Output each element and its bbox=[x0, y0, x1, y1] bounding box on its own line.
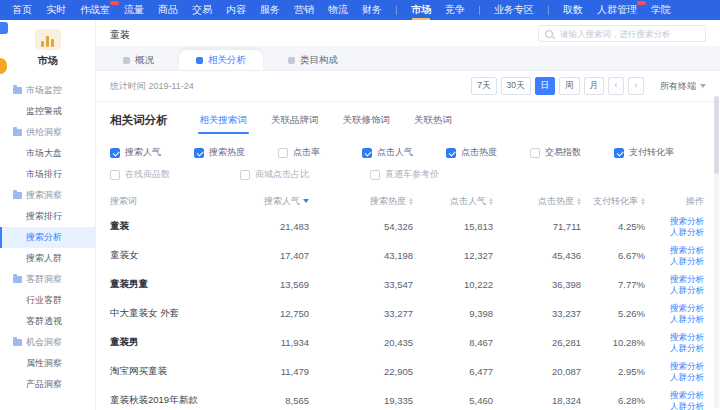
range-button[interactable]: 30天 bbox=[501, 77, 531, 95]
value-cell: 6,477 bbox=[423, 366, 503, 377]
sidebar-item[interactable]: 属性洞察 bbox=[0, 353, 95, 374]
checkbox-checked[interactable] bbox=[362, 148, 372, 158]
nav-item[interactable]: 交易 bbox=[192, 0, 212, 20]
metric-checkbox[interactable]: 搜索热度 bbox=[194, 146, 278, 159]
scrollbar[interactable] bbox=[714, 96, 719, 408]
sidebar-item[interactable]: 搜索排行 bbox=[0, 206, 95, 227]
checkbox-unchecked[interactable] bbox=[370, 170, 380, 180]
checkbox-unchecked[interactable] bbox=[110, 170, 120, 180]
search-box[interactable] bbox=[538, 25, 706, 42]
column-header[interactable]: 支付转化率 bbox=[591, 195, 655, 208]
sidebar-section[interactable]: 市场监控 bbox=[0, 80, 95, 101]
range-button[interactable]: 月 bbox=[584, 77, 605, 95]
nav-item[interactable]: 财务 bbox=[362, 0, 382, 20]
nav-item[interactable]: 实时 bbox=[46, 0, 66, 20]
checkbox-checked[interactable] bbox=[194, 148, 204, 158]
action-link[interactable]: 搜索分析 bbox=[670, 303, 704, 313]
next-period-button[interactable]: › bbox=[628, 77, 644, 95]
metric-checkbox[interactable]: 交易指数 bbox=[530, 146, 614, 159]
action-link[interactable]: 搜索分析 bbox=[670, 274, 704, 284]
sidebar-label: 搜索分析 bbox=[26, 231, 62, 244]
action-link[interactable]: 搜索分析 bbox=[670, 332, 704, 342]
sidebar-item[interactable]: 行业客群 bbox=[0, 290, 95, 311]
nav-item[interactable]: 竞争 bbox=[445, 0, 465, 20]
prev-period-button[interactable]: ‹ bbox=[608, 77, 624, 95]
metric-checkbox[interactable]: 支付转化率 bbox=[614, 146, 698, 159]
sidebar-section[interactable]: 供给洞察 bbox=[0, 122, 95, 143]
market-chart-icon bbox=[35, 29, 61, 50]
action-link[interactable]: 人群分析 bbox=[670, 227, 704, 237]
nav-item[interactable]: 取数 bbox=[563, 0, 583, 20]
action-link[interactable]: 人群分析 bbox=[670, 285, 704, 295]
checkbox-checked[interactable] bbox=[446, 148, 456, 158]
sidebar-item[interactable]: 市场大盘 bbox=[0, 143, 95, 164]
value-cell: 20,087 bbox=[503, 366, 591, 377]
card-tab[interactable]: 关联热词 bbox=[414, 114, 452, 134]
keyword-cell: 童装女 bbox=[110, 249, 255, 262]
sidebar-module-market[interactable]: 市场 bbox=[0, 20, 95, 68]
checkbox-checked[interactable] bbox=[614, 148, 624, 158]
card-tab[interactable]: 关联修饰词 bbox=[343, 114, 391, 134]
nav-item[interactable]: 营销 bbox=[294, 0, 314, 20]
nav-item[interactable]: 内容 bbox=[226, 0, 246, 20]
sidebar-item[interactable]: 产品洞察 bbox=[0, 374, 95, 395]
metric-checkbox[interactable]: 点击热度 bbox=[446, 146, 530, 159]
action-link[interactable]: 人群分析 bbox=[670, 314, 704, 324]
column-header[interactable]: 点击人气 bbox=[423, 195, 503, 208]
page-tab[interactable]: 类目构成 bbox=[271, 50, 355, 70]
main-area: 童装 概况相关分析类目构成 统计时间 2019-11-24 7天30天日周月 ‹… bbox=[96, 20, 720, 410]
nav-item[interactable]: 市场 bbox=[411, 0, 431, 20]
table-row: 童装男童13,56933,54710,22236,3987.77%搜索分析人群分… bbox=[110, 270, 706, 299]
sidebar-section[interactable]: 客群洞察 bbox=[0, 269, 95, 290]
column-header[interactable]: 搜索人气 bbox=[255, 195, 319, 208]
range-button[interactable]: 7天 bbox=[471, 77, 496, 95]
metric-checkbox[interactable]: 点击人气 bbox=[362, 146, 446, 159]
column-header[interactable]: 操作 bbox=[655, 195, 706, 208]
action-link[interactable]: 搜索分析 bbox=[670, 361, 704, 371]
nav-item[interactable]: 流量 bbox=[124, 0, 144, 20]
metric-checkbox[interactable]: 直通车参考价 bbox=[370, 168, 500, 181]
metric-checkbox[interactable]: 搜索人气 bbox=[110, 146, 194, 159]
action-link[interactable]: 人群分析 bbox=[670, 256, 704, 266]
action-link[interactable]: 人群分析 bbox=[670, 343, 704, 353]
metric-checkbox[interactable]: 商城点击占比 bbox=[240, 168, 370, 181]
nav-item[interactable]: 商品 bbox=[158, 0, 178, 20]
metric-checkbox[interactable]: 在线商品数 bbox=[110, 168, 240, 181]
page-tab[interactable]: 相关分析 bbox=[179, 50, 263, 70]
column-header[interactable]: 搜索词 bbox=[110, 195, 255, 208]
terminal-dropdown[interactable]: 所有终端 bbox=[660, 80, 706, 93]
checkbox-unchecked[interactable] bbox=[240, 170, 250, 180]
nav-item[interactable]: 物流 bbox=[328, 0, 348, 20]
search-input[interactable] bbox=[558, 28, 699, 40]
checkbox-unchecked[interactable] bbox=[530, 148, 540, 158]
column-header[interactable]: 搜索热度 bbox=[319, 195, 423, 208]
sidebar-item[interactable]: 市场排行 bbox=[0, 164, 95, 185]
action-link[interactable]: 人群分析 bbox=[670, 372, 704, 382]
nav-item[interactable]: 业务专区 bbox=[494, 0, 534, 20]
range-button[interactable]: 日 bbox=[535, 77, 556, 95]
nav-item[interactable]: 服务 bbox=[260, 0, 280, 20]
action-link[interactable]: 搜索分析 bbox=[670, 245, 704, 255]
sidebar-section[interactable]: 搜索洞察 bbox=[0, 185, 95, 206]
checkbox-unchecked[interactable] bbox=[278, 148, 288, 158]
checkbox-checked[interactable] bbox=[110, 148, 120, 158]
nav-item[interactable]: 作战室 bbox=[80, 0, 110, 20]
sidebar-item[interactable]: 客群透视 bbox=[0, 311, 95, 332]
metric-checkbox[interactable]: 点击率 bbox=[278, 146, 362, 159]
sidebar-section[interactable]: 机会洞察 bbox=[0, 332, 95, 353]
range-button[interactable]: 周 bbox=[559, 77, 580, 95]
card-tab[interactable]: 关联品牌词 bbox=[271, 114, 319, 134]
sidebar-item[interactable]: 搜索人群 bbox=[0, 248, 95, 269]
page-tab[interactable]: 概况 bbox=[106, 50, 171, 70]
action-link[interactable]: 搜索分析 bbox=[670, 390, 704, 400]
nav-item[interactable]: 学院 bbox=[651, 0, 671, 20]
scrollbar-thumb[interactable] bbox=[714, 96, 719, 174]
nav-item[interactable]: 首页 bbox=[12, 0, 32, 20]
sidebar-item[interactable]: 监控警戒 bbox=[0, 101, 95, 122]
sidebar-item[interactable]: 搜索分析 bbox=[0, 227, 95, 248]
action-link[interactable]: 人群分析 bbox=[670, 401, 704, 410]
column-header[interactable]: 点击热度 bbox=[503, 195, 591, 208]
card-tab[interactable]: 相关搜索词 bbox=[200, 114, 248, 134]
nav-item[interactable]: 人群管理 bbox=[597, 0, 637, 20]
action-link[interactable]: 搜索分析 bbox=[670, 216, 704, 226]
